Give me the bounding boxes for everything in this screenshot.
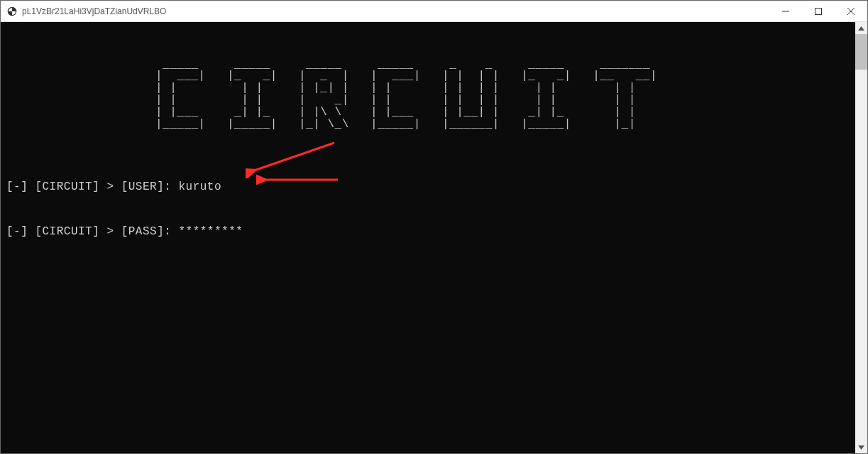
window-controls <box>769 1 867 21</box>
app-icon <box>6 6 18 17</box>
scrollbar-thumb[interactable] <box>855 34 867 70</box>
user-input-value: kuruto <box>178 180 221 193</box>
pass-prompt-prefix: [-] [CIRCUIT] > [PASS]: <box>6 225 178 238</box>
user-prompt-prefix: [-] [CIRCUIT] > [USER]: <box>6 180 178 193</box>
scrollbar-track[interactable] <box>855 34 867 441</box>
scrollbar-up-arrow-icon[interactable] <box>855 22 867 34</box>
svg-rect-2 <box>815 8 822 14</box>
pass-prompt-line: [-] [CIRCUIT] > [PASS]: ********* <box>6 225 854 240</box>
ascii-banner: _____ _____ _____ _____ _ _ _____ ______… <box>6 59 854 131</box>
vertical-scrollbar[interactable] <box>855 22 867 453</box>
titlebar[interactable]: pL1VzBr21LaHi3VjDaTZianUdVRLBO <box>1 1 867 22</box>
close-button[interactable] <box>835 1 867 21</box>
app-window: pL1VzBr21LaHi3VjDaTZianUdVRLBO _____ ___… <box>0 0 868 454</box>
svg-marker-10 <box>858 445 864 450</box>
window-title: pL1VzBr21LaHi3VjDaTZianUdVRLBO <box>22 6 769 16</box>
user-prompt-line: [-] [CIRCUIT] > [USER]: kuruto <box>6 180 854 195</box>
scrollbar-down-arrow-icon[interactable] <box>855 441 867 453</box>
svg-marker-9 <box>858 26 864 31</box>
maximize-button[interactable] <box>802 1 835 21</box>
pass-input-value: ********* <box>178 225 243 238</box>
terminal-content: _____ _____ _____ _____ _ _ _____ ______… <box>1 22 855 453</box>
minimize-button[interactable] <box>769 1 802 21</box>
terminal[interactable]: _____ _____ _____ _____ _ _ _____ ______… <box>1 22 867 453</box>
